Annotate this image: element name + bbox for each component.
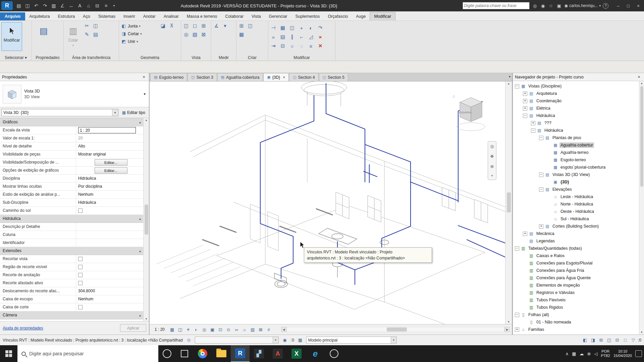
trim-icon[interactable]: ⌐	[298, 33, 305, 41]
scroll-up-icon[interactable]: ▲	[507, 82, 510, 85]
ribbon-tab-or-afascio[interactable]: Orçafascio	[324, 12, 352, 20]
tool-unir[interactable]: ◩Unir▾	[120, 38, 157, 45]
expander-icon[interactable]: +	[523, 232, 527, 236]
star-icon[interactable]: ☆	[548, 2, 554, 9]
tree-item-aguafria-cobertur[interactable]: ▦Aguafria-cobertur	[513, 141, 639, 149]
workset-combo[interactable]: ▾	[195, 337, 279, 344]
copy-to-clipboard-icon[interactable]: ◫	[92, 22, 99, 29]
tree-item-conex-es-para-esgoto-pluvial[interactable]: ▥Conexões para Esgoto/Pluvial	[513, 259, 639, 267]
edit-type-button[interactable]: ▦ Editar tipo	[120, 109, 148, 116]
start-button[interactable]	[0, 345, 17, 362]
expander-icon[interactable]: +	[523, 92, 527, 96]
expander-icon[interactable]: −	[539, 173, 543, 177]
design-option-combo[interactable]: Modelo principal ▾	[306, 337, 397, 344]
copy-icon[interactable]: ◫	[288, 24, 296, 32]
save-icon[interactable]: ◫	[23, 2, 32, 10]
ribbon-tab-arquivo[interactable]: Arquivo	[0, 12, 25, 20]
join-icon[interactable]: ≡	[307, 42, 315, 50]
default-3d-view-icon[interactable]: ⌂	[85, 2, 93, 10]
view-scale-button[interactable]: 1 : 20	[152, 326, 168, 333]
tree-item-caixas-e-ralos[interactable]: ▥Caixas e Ralos	[513, 252, 639, 259]
aligned-dimension-icon[interactable]: ↔	[67, 2, 75, 10]
tree-item-3d[interactable]: ▣{3D}	[513, 178, 639, 186]
tree-item-conex-es-para-gua-fria[interactable]: ▥Conexões para Água Fria	[513, 267, 639, 274]
hidden-icons-chevron[interactable]: ∧	[566, 351, 569, 356]
rotate-icon[interactable]: ↷	[317, 24, 324, 32]
render-icon[interactable]: ◎	[201, 326, 208, 333]
tree-item-sul-hidr-ulica[interactable]: ⌂Sul - Hidráulica	[513, 215, 639, 223]
combo-arrow-icon[interactable]: ▾	[112, 109, 118, 116]
scale-icon[interactable]: ◿	[307, 33, 315, 41]
type-dropdown-icon[interactable]: ▾	[144, 92, 146, 96]
collapse-icon[interactable]: ▴	[139, 311, 141, 319]
revit-logo-icon[interactable]: R	[1, 1, 13, 10]
sun-path-icon[interactable]: ☀	[184, 326, 192, 333]
align-icon[interactable]: ⊣	[270, 24, 277, 32]
network-icon[interactable]: ⊕	[587, 351, 591, 356]
keyword-search-input[interactable]	[464, 3, 528, 8]
taskbar-app-app-dark[interactable]: ▞	[250, 345, 268, 362]
reveal-constraints-icon[interactable]: #	[265, 326, 272, 333]
prop-checkbox-caixa-de-corte[interactable]	[78, 305, 83, 309]
search-go-icon[interactable]: ◎	[532, 2, 538, 9]
help-icon[interactable]: ?	[603, 3, 608, 9]
scrollbar-thumb[interactable]	[640, 86, 643, 187]
camera-icon[interactable]: ◎	[182, 31, 190, 38]
view-tab-esgoto-terreo[interactable]: ▤Esgoto-terreo	[150, 73, 187, 81]
ribbon-tab-arquitetura[interactable]: Arquitetura	[25, 12, 54, 20]
measure-icon[interactable]: ∠	[58, 2, 66, 10]
type-selector-box[interactable]: Vista 3D 3D View ▾	[0, 81, 149, 107]
ribbon-tab-vista[interactable]: Vista	[248, 12, 265, 20]
onedrive-icon[interactable]: ☁	[580, 351, 584, 356]
tree-item-legendas[interactable]: ▤Legendas	[513, 237, 639, 245]
measure-between-icon[interactable]: ∡	[213, 22, 220, 29]
render-view-icon[interactable]: ▧	[191, 31, 199, 38]
tree-item-hidr-ulica[interactable]: −▤Hidráulica	[513, 127, 639, 134]
tree-item-registros-e-v-lvulas[interactable]: ▥Registros e Válvulas	[513, 289, 639, 296]
canvas-vertical-scrollbar[interactable]: ▲ ▼	[505, 81, 512, 324]
filter-icon[interactable]: ▽	[630, 337, 637, 344]
action-center-icon[interactable]	[635, 350, 642, 357]
steering-wheel-icon[interactable]: ◎	[490, 144, 494, 149]
array-icon[interactable]: ▦	[279, 24, 286, 32]
ribbon-tab-anotar[interactable]: Anotar	[139, 12, 160, 20]
select-links-icon[interactable]: ⊞	[598, 337, 604, 344]
tree-item-01-n-o-nomeada[interactable]: ▯01 - Não nomeada	[513, 318, 639, 326]
detail-level-icon[interactable]: ▦	[168, 326, 176, 333]
expander-icon[interactable]: +	[523, 99, 527, 103]
cart-icon[interactable]: ▣	[556, 2, 562, 9]
prop-checkbox-recorte-afastado-ativo[interactable]	[78, 281, 83, 285]
section-icon[interactable]: ⊟	[93, 2, 101, 10]
collapse-icon[interactable]: ▴	[139, 118, 141, 126]
ribbon-tab-auge[interactable]: Auge	[352, 12, 370, 20]
qat-dropdown-icon[interactable]: ▾	[110, 2, 118, 10]
temporary-hide-isolate-icon[interactable]: ∞	[233, 326, 240, 333]
create-group-icon[interactable]: ⊞	[238, 22, 245, 29]
language-indicator[interactable]: POR PTB2	[601, 349, 610, 358]
3d-canvas[interactable]: ⌂ ESQUERDA Vínculos RVT : Modelo Revit v…	[150, 81, 505, 324]
crop-view-icon[interactable]: ▣	[209, 326, 216, 333]
prop-section-c-mera[interactable]: Câmera▴	[0, 311, 144, 319]
show-analytical-model-icon[interactable]: ⊠	[257, 326, 264, 333]
tree-item-leste-hidr-ulica[interactable]: ⌂Leste - Hidráulica	[513, 193, 639, 200]
ribbon-tab-modificar[interactable]: Modificar	[370, 12, 395, 20]
prop-checkbox-recortar-vista[interactable]	[78, 257, 83, 261]
wireframe-icon[interactable]: ◫	[182, 22, 190, 29]
tree-item-conex-es-para-gua-quente[interactable]: ▥Conexões para Água Quente	[513, 274, 639, 282]
apply-button[interactable]: Aplicar	[120, 324, 146, 332]
create-similar-icon[interactable]: ◫	[247, 22, 254, 29]
select-underlay-icon[interactable]: ◫	[606, 337, 612, 344]
view-tab-3d[interactable]: ▣{3D}×	[263, 73, 289, 81]
tree-item-arquitetura[interactable]: +▤Arquitetura	[513, 90, 639, 97]
select-pinned-icon[interactable]: ⊟	[614, 337, 621, 344]
cut-icon[interactable]: ✂	[83, 22, 91, 29]
prop-section-gr-ficos[interactable]: Gráficos▴	[0, 118, 144, 126]
navbar-dropdown-icon[interactable]: ▾	[491, 174, 493, 177]
properties-scrollbar[interactable]: ▲ ▼	[143, 118, 149, 321]
cortana-button[interactable]	[158, 345, 176, 362]
ribbon-tab-analisar[interactable]: Analisar	[160, 12, 183, 20]
scroll-down-icon[interactable]: ▼	[640, 331, 643, 334]
tree-item-tabelas-quantidades-todas[interactable]: −▥Tabelas/Quantidades (todas)	[513, 245, 639, 252]
view-tab-section-3[interactable]: ◫Section 3	[187, 73, 217, 81]
panel-label-selecionar[interactable]: Selecionar ▾	[0, 55, 32, 60]
